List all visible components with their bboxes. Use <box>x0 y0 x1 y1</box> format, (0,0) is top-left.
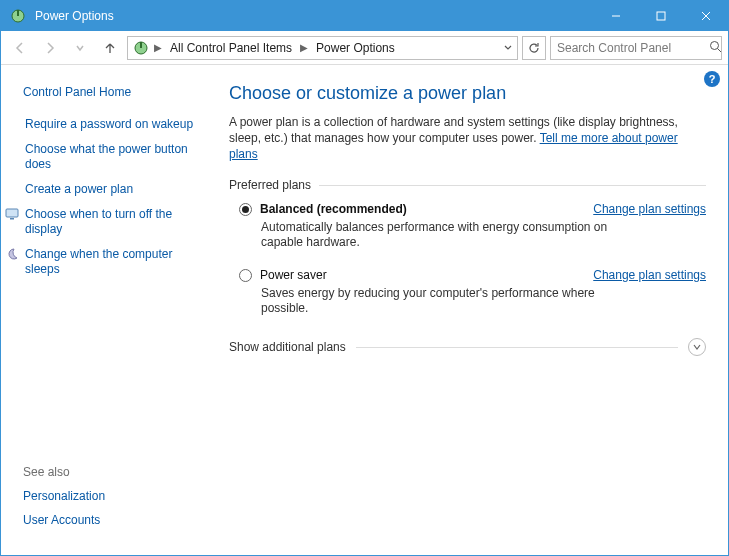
task-power-button[interactable]: Choose what the power button does <box>23 142 197 172</box>
svg-rect-7 <box>140 42 142 48</box>
svg-point-8 <box>711 41 719 49</box>
search-icon[interactable] <box>709 40 722 56</box>
task-create-plan[interactable]: Create a power plan <box>23 182 197 197</box>
svg-rect-11 <box>10 218 14 220</box>
plan-power-saver-radio[interactable] <box>239 269 252 282</box>
svg-rect-10 <box>6 209 18 217</box>
show-additional-plans-label: Show additional plans <box>229 340 346 354</box>
plan-power-saver-name[interactable]: Power saver <box>260 268 327 282</box>
back-button[interactable] <box>7 35 33 61</box>
maximize-button[interactable] <box>638 1 683 31</box>
minimize-button[interactable] <box>593 1 638 31</box>
power-options-icon <box>132 40 150 56</box>
task-label: Change when the computer sleeps <box>25 247 197 277</box>
expand-button[interactable] <box>688 338 706 356</box>
breadcrumb-dropdown-button[interactable] <box>501 40 515 57</box>
chevron-right-icon[interactable]: ▶ <box>298 42 310 53</box>
plan-power-saver-desc: Saves energy by reducing your computer's… <box>261 286 621 316</box>
plan-power-saver: Power saver Change plan settings Saves e… <box>239 268 706 316</box>
main-panel: ? Choose or customize a power plan A pow… <box>209 65 728 555</box>
task-require-password[interactable]: Require a password on wakeup <box>23 117 197 132</box>
breadcrumb-power-options[interactable]: Power Options <box>312 39 399 57</box>
moon-icon <box>5 247 19 261</box>
svg-rect-1 <box>17 10 19 16</box>
app-icon <box>7 8 29 24</box>
plan-balanced-radio[interactable] <box>239 203 252 216</box>
window-title: Power Options <box>35 9 114 23</box>
search-input[interactable] <box>555 40 709 56</box>
plan-balanced-change-link[interactable]: Change plan settings <box>593 202 706 216</box>
plan-power-saver-change-link[interactable]: Change plan settings <box>593 268 706 282</box>
plan-balanced: Balanced (recommended) Change plan setti… <box>239 202 706 250</box>
breadcrumb-bar[interactable]: ▶ All Control Panel Items ▶ Power Option… <box>127 36 518 60</box>
preferred-plans-label: Preferred plans <box>229 178 706 192</box>
svg-rect-3 <box>657 12 665 20</box>
see-also-personalization[interactable]: Personalization <box>23 489 197 503</box>
close-button[interactable] <box>683 1 728 31</box>
recent-dropdown-button[interactable] <box>67 35 93 61</box>
show-additional-plans[interactable]: Show additional plans <box>229 338 706 356</box>
task-turn-off-display[interactable]: Choose when to turn off the display <box>23 207 197 237</box>
task-label: Choose when to turn off the display <box>25 207 197 237</box>
plan-balanced-name[interactable]: Balanced (recommended) <box>260 202 407 216</box>
content-body: Control Panel Home Require a password on… <box>1 65 728 555</box>
svg-line-9 <box>718 48 722 52</box>
see-also-user-accounts[interactable]: User Accounts <box>23 513 197 527</box>
chevron-right-icon[interactable]: ▶ <box>152 42 164 53</box>
preferred-plans-text: Preferred plans <box>229 178 311 192</box>
control-panel-home-link[interactable]: Control Panel Home <box>23 85 197 99</box>
sidebar-tasks: Require a password on wakeup Choose what… <box>23 117 197 277</box>
breadcrumb-all-items[interactable]: All Control Panel Items <box>166 39 296 57</box>
task-label: Require a password on wakeup <box>25 117 193 132</box>
page-title: Choose or customize a power plan <box>229 83 706 104</box>
refresh-button[interactable] <box>522 36 546 60</box>
window-root: Power Options ▶ All Contro <box>0 0 729 556</box>
see-also-header: See also <box>23 465 197 479</box>
titlebar: Power Options <box>1 1 728 31</box>
plan-balanced-desc: Automatically balances performance with … <box>261 220 621 250</box>
sidebar: Control Panel Home Require a password on… <box>1 65 209 555</box>
help-button[interactable]: ? <box>704 71 720 87</box>
task-computer-sleeps[interactable]: Change when the computer sleeps <box>23 247 197 277</box>
up-button[interactable] <box>97 35 123 61</box>
see-also-section: See also Personalization User Accounts <box>23 465 197 543</box>
display-icon <box>5 207 19 221</box>
task-label: Choose what the power button does <box>25 142 197 172</box>
forward-button[interactable] <box>37 35 63 61</box>
page-description: A power plan is a collection of hardware… <box>229 114 706 162</box>
search-box[interactable] <box>550 36 722 60</box>
task-label: Create a power plan <box>25 182 133 197</box>
address-bar: ▶ All Control Panel Items ▶ Power Option… <box>1 31 728 65</box>
